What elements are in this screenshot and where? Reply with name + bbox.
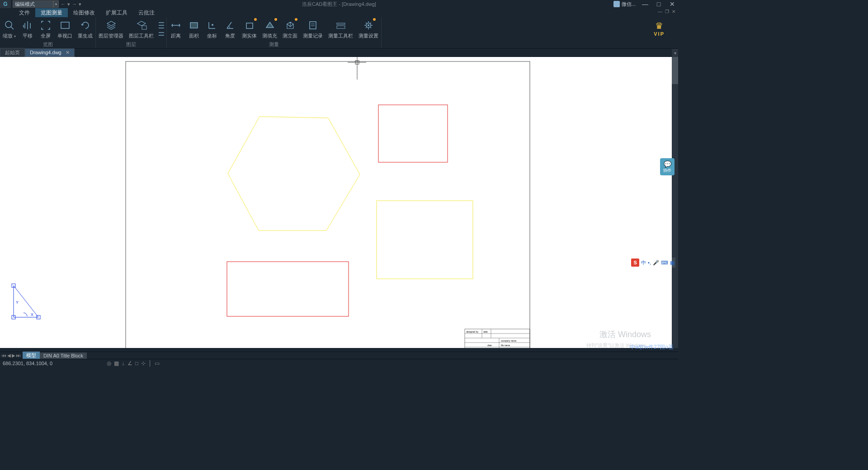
ime-toolbar[interactable]: S 中 •, 🎤 ⌨ ▦ bbox=[630, 258, 675, 268]
angle-button[interactable]: 角度 bbox=[221, 17, 239, 41]
badge-dot bbox=[254, 18, 257, 21]
snap-toggle[interactable]: ◎ bbox=[107, 360, 111, 367]
regen-icon bbox=[79, 19, 92, 32]
dist-icon bbox=[170, 19, 182, 32]
scroll-thumb[interactable] bbox=[672, 57, 678, 84]
logo-icon: G bbox=[3, 1, 7, 7]
site-watermark: 中w软w件27园o器 bbox=[630, 343, 674, 351]
statusbar: 686.2301, 834.1004, 0 ◎ ▦ ⟂ ∠ □ ⊹ │ ▭ bbox=[0, 359, 678, 367]
select-toggle[interactable]: ▭ bbox=[155, 360, 160, 367]
measure-settings-label: 测量设置 bbox=[359, 33, 378, 39]
nav-first-icon[interactable]: ⏮ bbox=[2, 353, 6, 358]
vertical-scrollbar[interactable] bbox=[672, 57, 678, 348]
layout-tabs: ⏮ ◀ ▶ ⏭ 模型 DIN A0 Title Block bbox=[0, 352, 678, 359]
tab-extensions[interactable]: 扩展工具 bbox=[100, 8, 133, 17]
group-layer-label: 图层 bbox=[96, 41, 166, 48]
mode-dropdown-icon[interactable]: ▾ bbox=[53, 0, 59, 8]
measure-toolbar-button[interactable]: 测量工具栏 bbox=[326, 17, 356, 41]
undo-button[interactable]: ← bbox=[61, 1, 66, 7]
shape-rect-red-2[interactable] bbox=[227, 262, 349, 316]
windows-activation-watermark: 激活 Windows bbox=[599, 329, 651, 340]
tab-draw-modify[interactable]: 绘图修改 bbox=[68, 8, 100, 17]
status-toggles: ◎ ▦ ⟂ ∠ □ ⊹ │ ▭ bbox=[107, 360, 160, 367]
zoom-icon bbox=[3, 19, 16, 32]
record-button[interactable]: 测量记录 bbox=[300, 17, 326, 41]
chat-icon: 💬 bbox=[664, 160, 671, 168]
close-icon[interactable]: ✕ bbox=[66, 50, 70, 55]
redo-button[interactable]: → bbox=[72, 1, 77, 7]
svg-text:file name: file name bbox=[501, 344, 510, 347]
polar-toggle[interactable]: ∠ bbox=[127, 360, 132, 367]
svg-point-6 bbox=[212, 24, 213, 26]
tab-file[interactable]: 文件 bbox=[14, 8, 35, 17]
tab-cloud-annotate[interactable]: 云批注 bbox=[133, 8, 160, 17]
tab-view-measure[interactable]: 览图测量 bbox=[35, 8, 68, 17]
vip-badge[interactable]: ♛ VIP bbox=[654, 20, 665, 37]
scroll-arrow-icon[interactable]: ▾ bbox=[672, 49, 678, 57]
doc-close-button[interactable]: ✕ bbox=[672, 9, 675, 14]
viewport-icon bbox=[59, 19, 71, 32]
ime-menu-icon[interactable]: ▦ bbox=[670, 260, 675, 266]
doc-min-button[interactable]: — bbox=[658, 9, 662, 14]
shape-rect-yellow[interactable] bbox=[377, 201, 473, 279]
area-button[interactable]: 面积 bbox=[185, 17, 203, 41]
undo-dd-icon[interactable]: ▾ bbox=[67, 1, 70, 7]
mode-select[interactable]: 编辑模式 bbox=[13, 0, 53, 8]
close-button[interactable]: ✕ bbox=[668, 0, 676, 8]
otrack-toggle[interactable]: ⊹ bbox=[141, 360, 146, 367]
layerstack-button[interactable] bbox=[156, 17, 166, 41]
pan-button[interactable]: 平移 bbox=[19, 17, 37, 41]
face-button[interactable]: 测立面 bbox=[280, 17, 300, 41]
ime-punct-icon[interactable]: •, bbox=[648, 260, 651, 265]
solid-label: 测实体 bbox=[242, 33, 257, 39]
regen-button[interactable]: 重生成 bbox=[75, 17, 95, 41]
svg-point-14 bbox=[368, 24, 369, 26]
shape-rect-red-1[interactable] bbox=[378, 105, 448, 162]
coord-button[interactable]: 坐标 bbox=[203, 17, 221, 41]
nav-prev-icon[interactable]: ◀ bbox=[7, 353, 11, 358]
maximize-button[interactable]: □ bbox=[655, 0, 663, 8]
drawing-canvas[interactable]: designed by date company name date file … bbox=[0, 57, 678, 348]
measure-settings-button[interactable]: 测量设置 bbox=[356, 17, 381, 41]
crown-icon: ♛ bbox=[655, 20, 663, 31]
measure-toolbar-label: 测量工具栏 bbox=[328, 33, 353, 39]
dist-button[interactable]: 距离 bbox=[167, 17, 185, 41]
redo-dd-icon[interactable]: ▾ bbox=[79, 1, 81, 7]
solid-button[interactable]: 测实体 bbox=[239, 17, 259, 41]
fullscreen-button[interactable]: 全屏 bbox=[37, 17, 55, 41]
layout-tab-din-a0[interactable]: DIN A0 Title Block bbox=[40, 352, 87, 359]
zoom-button[interactable]: 缩放 ▾ bbox=[0, 17, 19, 41]
doc-restore-button[interactable]: ❐ bbox=[665, 9, 669, 14]
layertool-button[interactable]: 图层工具栏 bbox=[126, 17, 156, 41]
ortho-toggle[interactable]: ⟂ bbox=[122, 360, 125, 367]
doctab-start[interactable]: 起始页 bbox=[0, 48, 25, 57]
coord-label: 坐标 bbox=[207, 33, 217, 39]
layermgr-button[interactable]: 图层管理器 bbox=[96, 17, 126, 41]
fullscreen-label: 全屏 bbox=[41, 33, 51, 39]
ime-keyboard-icon[interactable]: ⌨ bbox=[661, 260, 668, 266]
shape-hexagon[interactable] bbox=[228, 117, 360, 230]
nav-last-icon[interactable]: ⏭ bbox=[16, 353, 21, 358]
ime-lang[interactable]: 中 bbox=[641, 259, 646, 266]
doctab-drawing4[interactable]: Drawing4.dwg ✕ bbox=[25, 48, 75, 57]
viewport-button[interactable]: 单视口 bbox=[55, 17, 75, 41]
quick-access-toolbar: ← ▾ → ▾ bbox=[61, 1, 81, 7]
layout-tab-model[interactable]: 模型 bbox=[23, 352, 40, 359]
fill-button[interactable]: 测填充 bbox=[259, 17, 280, 41]
lwt-toggle[interactable]: │ bbox=[148, 360, 152, 367]
collab-button[interactable]: 💬 协作 bbox=[660, 158, 675, 175]
face-icon bbox=[284, 19, 297, 32]
svg-text:company name: company name bbox=[501, 339, 516, 342]
nav-next-icon[interactable]: ▶ bbox=[12, 353, 15, 358]
grid-toggle[interactable]: ▦ bbox=[114, 360, 119, 367]
osnap-toggle[interactable]: □ bbox=[135, 360, 138, 367]
weixin-button[interactable]: 微信... bbox=[613, 1, 636, 8]
app-logo[interactable]: G bbox=[0, 0, 11, 8]
ime-mic-icon[interactable]: 🎤 bbox=[653, 260, 659, 266]
badge-dot bbox=[295, 18, 297, 21]
gear-icon bbox=[362, 19, 375, 32]
regen-label: 重生成 bbox=[78, 33, 93, 39]
ime-engine-icon[interactable]: S bbox=[631, 258, 639, 267]
ribbon-group-measure: 距离 面积 坐标 角度 测实体 测填充 bbox=[167, 17, 382, 48]
minimize-button[interactable]: — bbox=[641, 0, 649, 8]
